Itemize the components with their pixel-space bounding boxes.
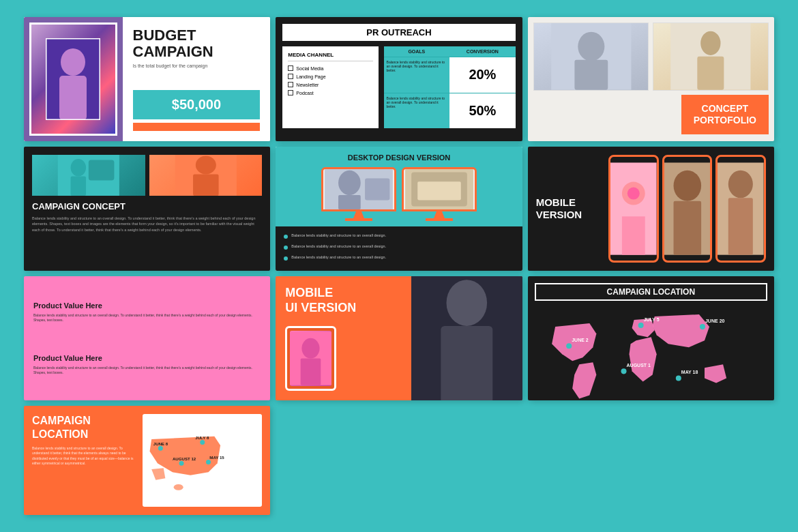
monitor-1 xyxy=(321,167,396,221)
media-item-podcast-label: Podcast xyxy=(296,91,313,95)
slide-pr-outreach: PR OUTREACH MEDIA CHANNEL Social Media L… xyxy=(276,17,522,141)
bullet-2: Balance lends stability and structure to… xyxy=(284,244,514,250)
goals-panel: GOALS CONVERSION Balance lends stability… xyxy=(384,46,516,128)
bullet-text-3: Balance lends stability and structure to… xyxy=(291,255,386,261)
mobile-version-title: MOBILE VERSION xyxy=(536,196,600,221)
campaign-location-orange-map: JUNE 8 JULY 8 AUGUST 12 MAY 15 xyxy=(143,414,263,507)
svg-rect-33 xyxy=(728,198,753,254)
media-item-social: Social Media xyxy=(288,65,372,71)
media-item-newsletter-label: Newsletter xyxy=(296,83,319,87)
campaign-location-map: JUNE 2 JULY 5 JUNE 20 AUGUST 1 MAY 18 xyxy=(535,305,767,400)
mobile-ui-person-photo xyxy=(411,276,522,400)
svg-point-11 xyxy=(71,159,87,177)
svg-point-18 xyxy=(338,171,361,195)
svg-point-35 xyxy=(302,338,320,359)
svg-rect-16 xyxy=(193,175,219,196)
svg-text:MAY 18: MAY 18 xyxy=(681,370,698,375)
checkbox-social xyxy=(288,65,293,71)
svg-point-29 xyxy=(673,171,701,201)
svg-text:AUGUST 12: AUGUST 12 xyxy=(173,456,196,461)
row1-desc: Balance lends stability and structure to… xyxy=(384,57,450,93)
svg-text:JULY 5: JULY 5 xyxy=(643,317,659,322)
bullet-dot-3 xyxy=(284,256,288,261)
media-item-social-label: Social Media xyxy=(296,66,323,71)
portfolio-photo-left xyxy=(533,23,649,91)
phone-2 xyxy=(662,155,713,263)
product-2: Product Value Here Balance lends stabili… xyxy=(33,354,261,375)
portfolio-photo-right xyxy=(653,23,769,91)
svg-text:AUGUST 1: AUGUST 1 xyxy=(626,364,651,368)
mobile-ui-title: MOBILE UI VERSION xyxy=(285,286,402,315)
svg-point-43 xyxy=(638,323,643,328)
svg-point-47 xyxy=(621,369,626,374)
svg-rect-12 xyxy=(71,177,87,196)
row1-pct: 20% xyxy=(449,57,516,93)
slide-mobile-ui: MOBILE UI VERSION xyxy=(276,276,522,400)
orange-bar xyxy=(133,123,261,131)
slide-grid: BUDGET CAMPAIGN Is the total budget for … xyxy=(24,17,774,515)
bullet-dot-2 xyxy=(284,246,288,250)
campaign-concept-photo-right xyxy=(149,155,263,196)
monitor2-stand xyxy=(434,211,445,218)
phone-3 xyxy=(715,155,766,263)
svg-point-26 xyxy=(627,188,640,200)
campaign-location-orange-body: Balance lends stability and structure to… xyxy=(32,446,136,467)
tablet-frame xyxy=(285,326,336,391)
checkbox-podcast xyxy=(288,90,293,95)
svg-point-53 xyxy=(158,446,163,451)
svg-point-15 xyxy=(195,156,216,175)
pr-outreach-title: PR OUTREACH xyxy=(282,24,515,41)
media-item-landing: Landing Page xyxy=(288,74,372,79)
svg-point-59 xyxy=(206,460,211,464)
campaign-location-title: CAMPAIGN LOCATION xyxy=(535,283,767,301)
svg-text:JUNE 8: JUNE 8 xyxy=(153,441,168,446)
row2-pct: 50% xyxy=(449,93,516,129)
bullet-text-1: Balance lends stability and structure to… xyxy=(291,233,386,239)
media-channel-header: MEDIA CHANNEL xyxy=(288,52,372,61)
phone-1 xyxy=(608,155,659,263)
product-1: Product Value Here Balance lends stabili… xyxy=(33,301,261,323)
svg-point-41 xyxy=(566,343,572,349)
slide-campaign-concept: CAMPAIGN CONCEPT Balance lends stability… xyxy=(24,147,270,271)
concept-portfolio-label: CONCEPT PORTOFOLIO xyxy=(681,95,769,134)
slide1-left-photo xyxy=(24,17,123,141)
svg-rect-19 xyxy=(338,195,361,209)
concept-label-line1: CONCEPT xyxy=(702,103,748,114)
budget-campaign-title: BUDGET CAMPAIGN xyxy=(133,27,261,60)
mobile-ui-left: MOBILE UI VERSION xyxy=(276,276,411,400)
monitor-2 xyxy=(402,167,477,221)
slide-budget-campaign: BUDGET CAMPAIGN Is the total budget for … xyxy=(24,17,270,141)
checkbox-newsletter xyxy=(288,82,293,87)
budget-campaign-subtitle: Is the total budget for the campaign xyxy=(133,63,261,68)
slide-mobile-version: MOBILE VERSION xyxy=(528,147,774,271)
tablet-screen xyxy=(290,331,331,386)
media-item-podcast: Podcast xyxy=(288,90,372,95)
concept-label-line2: PORTOFOLIO xyxy=(694,115,756,125)
world-map-svg: JUNE 2 JULY 5 JUNE 20 AUGUST 1 MAY 18 xyxy=(535,305,767,400)
phones-container xyxy=(608,155,766,263)
bullet-3: Balance lends stability and structure to… xyxy=(284,255,514,261)
budget-amount: $50,000 xyxy=(133,90,261,119)
slide-concept-portfolio: CONCEPT PORTOFOLIO xyxy=(528,17,774,141)
row2-desc: Balance lends stability and structure to… xyxy=(384,93,450,129)
svg-point-49 xyxy=(675,376,681,381)
svg-text:JUNE 20: JUNE 20 xyxy=(705,319,725,323)
svg-point-5 xyxy=(578,32,604,61)
campaign-location-orange-title: CAMPAIGN LOCATION xyxy=(32,414,136,440)
monitor1-base xyxy=(345,218,372,221)
svg-text:JULY 8: JULY 8 xyxy=(195,435,209,440)
svg-rect-9 xyxy=(698,57,724,90)
svg-point-38 xyxy=(447,280,488,326)
bullet-1: Balance lends stability and structure to… xyxy=(284,233,514,239)
campaign-concept-title: CAMPAIGN CONCEPT xyxy=(32,201,262,211)
svg-rect-13 xyxy=(89,160,115,181)
svg-rect-27 xyxy=(622,216,645,254)
svg-point-57 xyxy=(179,461,183,466)
desktop-design-title: DESKTOP DESIGN VERSION xyxy=(284,153,514,162)
svg-point-52 xyxy=(173,484,183,490)
svg-rect-2 xyxy=(59,76,87,120)
bullet-dot-1 xyxy=(284,235,288,239)
svg-rect-39 xyxy=(441,326,492,400)
svg-rect-23 xyxy=(417,181,461,200)
checkbox-landing xyxy=(288,74,293,79)
